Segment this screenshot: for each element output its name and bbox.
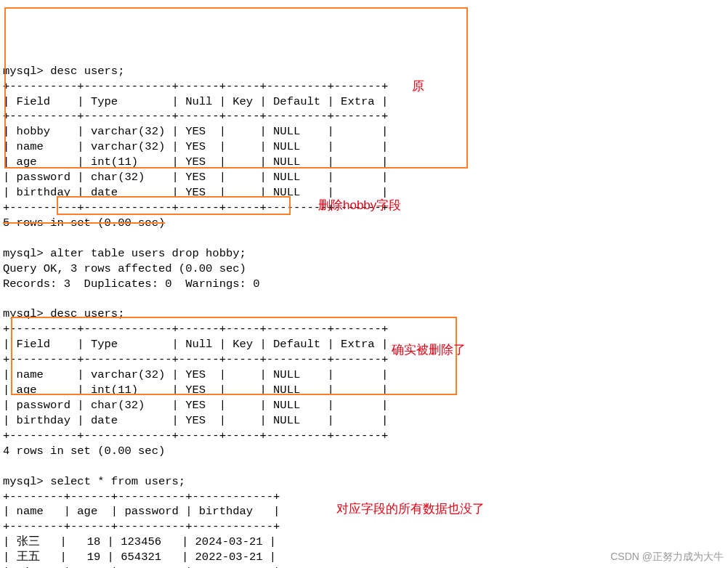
desc2-row-2: | password | char(32) | YES | | NULL | | — [3, 399, 388, 412]
desc2-line[interactable]: mysql> desc users; — [3, 307, 725, 322]
desc2-header: | Field | Type | Null | Key | Default | … — [3, 338, 388, 351]
desc2-border-end: +----------+-------------+------+-----+-… — [3, 429, 388, 442]
desc1-border-top: +----------+-------------+------+-----+-… — [3, 80, 388, 93]
desc2-row-1: | age | int(11) | YES | | NULL | | — [3, 384, 388, 397]
watermark: CSDN @正努力成为大牛 — [610, 550, 724, 564]
alter-res2: Records: 3 Duplicates: 0 Warnings: 0 — [3, 277, 259, 291]
desc1-line[interactable]: mysql> desc users; — [3, 64, 725, 79]
alter-line[interactable]: mysql> alter table users drop hobby; — [3, 246, 725, 261]
alter-res1: Query OK, 3 rows affected (0.00 sec) — [3, 262, 246, 275]
terminal-output: mysql> desc users;+----------+----------… — [3, 64, 725, 568]
note-original: 原 — [412, 78, 424, 95]
sel-row-0: | 张三 | 18 | 123456 | 2024-03-21 | — [3, 535, 276, 548]
desc2-row-0: | name | varchar(32) | YES | | NULL | | — [3, 368, 388, 381]
note-data-gone: 对应字段的所有数据也没了 — [336, 501, 485, 518]
desc2-row-3: | birthday | date | YES | | NULL | | — [3, 414, 388, 427]
sel-header: | name | age | password | birthday | — [3, 505, 280, 518]
select-line[interactable]: mysql> select * from users; — [3, 474, 725, 490]
desc1-header: | Field | Type | Null | Key | Default | … — [3, 95, 388, 108]
desc2-border-mid: +----------+-------------+------+-----+-… — [3, 353, 388, 366]
desc1-border-mid: +----------+-------------+------+-----+-… — [3, 110, 388, 123]
rowcount1: 5 rows in set (0.00 sec) — [3, 216, 165, 230]
note-confirmed-deleted: 确实被删除了 — [392, 342, 466, 359]
desc1-row-0: | hobby | varchar(32) | YES | | NULL | | — [3, 125, 388, 138]
rowcount2: 4 rows in set (0.00 sec) — [3, 445, 165, 458]
note-delete-field: 删除hobby字段 — [318, 198, 401, 214]
desc1-row-1: | name | varchar(32) | YES | | NULL | | — [3, 140, 388, 153]
sel-border-top: +--------+------+----------+------------… — [3, 490, 280, 503]
desc1-row-2: | age | int(11) | YES | | NULL | | — [3, 155, 388, 169]
desc2-border-top: +----------+-------------+------+-----+-… — [3, 322, 388, 336]
desc1-row-3: | password | char(32) | YES | | NULL | | — [3, 171, 388, 184]
sel-border-mid: +--------+------+----------+------------… — [3, 520, 280, 533]
sel-row-1: | 王五 | 19 | 654321 | 2022-03-21 | — [3, 551, 276, 564]
